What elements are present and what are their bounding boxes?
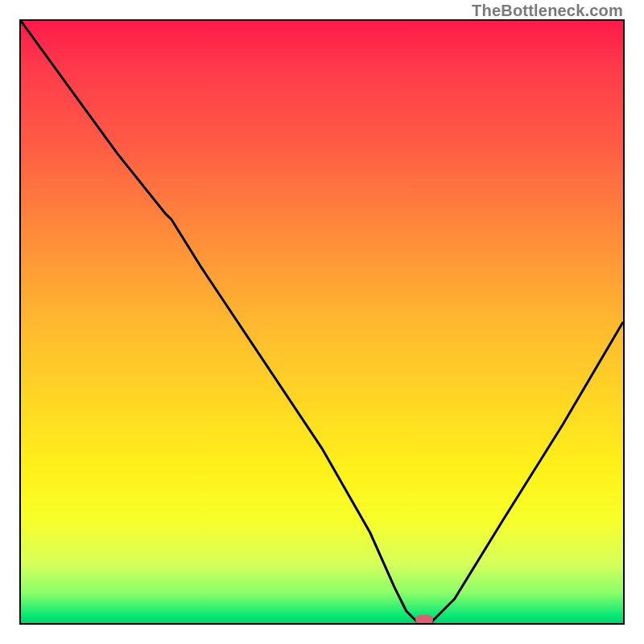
gradient-background xyxy=(21,21,623,623)
chart-container: TheBottleneck.com xyxy=(0,0,644,644)
plot-area xyxy=(19,19,625,625)
watermark-text: TheBottleneck.com xyxy=(472,2,623,20)
optimal-point-marker xyxy=(415,615,433,625)
